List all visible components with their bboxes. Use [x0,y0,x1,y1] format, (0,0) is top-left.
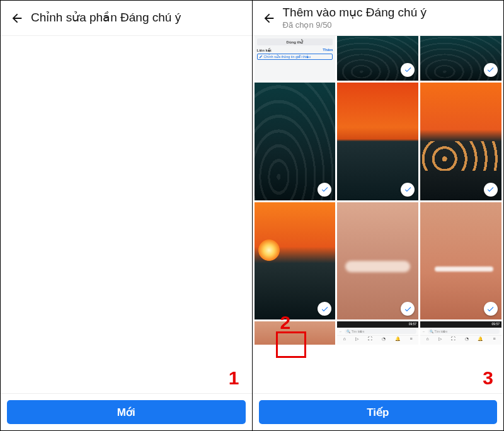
check-icon [321,305,329,313]
thumb-pink-sky[interactable] [420,202,501,320]
check-badge[interactable] [484,63,498,77]
back-button[interactable] [258,7,280,30]
screenshot-content: Dùng thử Liên kết Thêm Chỉnh sửa thông t… [255,36,336,62]
photo-grid: Dùng thử Liên kết Thêm Chỉnh sửa thông t… [253,36,504,319]
arrow-left-icon: ← [339,330,342,333]
menu-icon: ≡ [493,336,495,342]
page-title: Chỉnh sửa phần Đáng chú ý [31,11,247,25]
store-icon: ⛶ [368,336,372,342]
thumb-pink-sky[interactable] [255,321,336,344]
pencil-icon [259,55,263,59]
left-header: Chỉnh sửa phần Đáng chú ý [1,1,252,36]
right-header: Thêm vào mục Đáng chú ý Đã chọn 9/50 [253,1,504,36]
thumb-sunset[interactable] [337,83,418,200]
check-badge[interactable] [484,302,498,316]
check-badge[interactable] [401,63,415,77]
check-icon [486,66,495,74]
menu-icon: ≡ [410,336,413,342]
back-button[interactable] [6,7,28,30]
mini-time: 09:57 [409,322,417,326]
title-block: Thêm vào mục Đáng chú ý Đã chọn 9/50 [280,6,499,30]
links-label: Liên kết [257,48,272,52]
next-button[interactable]: Tiếp [259,400,498,424]
bottom-bar: Mới [1,393,252,430]
annotation-1: 1 [229,367,239,389]
check-badge[interactable] [401,183,415,197]
left-panel: Chỉnh sửa phần Đáng chú ý 1 Mới [1,1,252,430]
edit-bio-mini: Chỉnh sửa thông tin giới thiệu [257,54,333,60]
check-badge[interactable] [401,302,415,316]
bell-icon: 🔔 [478,336,483,342]
arrow-left-icon [10,11,24,25]
store-icon: ⛶ [451,336,455,342]
thumb-sun[interactable] [255,202,336,320]
arrow-left-icon [262,11,276,25]
check-badge[interactable] [318,302,331,316]
mini-addressbar: ← 🔍 Tìm kiếm [337,328,418,336]
arrow-left-icon: ← [422,330,425,333]
mini-search: 🔍 Tìm kiếm [345,329,416,334]
photo-grid-row-peek: 09:57 ← 🔍 Tìm kiếm ⌂▷⛶◔🔔≡ 09:57 ← 🔍 Tìm … [253,321,504,344]
play-icon: ▷ [355,336,358,342]
mini-toolbar: ⌂▷⛶◔🔔≡ [420,336,501,342]
mini-statusbar: 09:57 [337,321,418,328]
mini-statusbar: 09:57 [420,321,501,328]
bottom-bar: Tiếp [253,393,504,430]
user-icon: ◔ [465,336,469,342]
mini-toolbar: ⌂▷⛶◔🔔≡ [337,336,418,342]
new-button[interactable]: Mới [7,400,246,424]
play-icon: ▷ [438,336,442,342]
right-panel: Thêm vào mục Đáng chú ý Đã chọn 9/50 Dùn… [253,1,504,430]
check-icon [404,185,412,193]
mini-search: 🔍 Tìm kiếm [428,329,500,334]
check-icon [321,185,329,193]
thumb-pink-sky[interactable] [337,202,418,320]
check-icon [486,185,495,193]
page-title: Thêm vào mục Đáng chú ý [283,6,499,20]
check-badge[interactable] [484,183,498,197]
mini-search-placeholder: Tìm kiếm [352,330,365,333]
bell-icon: 🔔 [395,336,401,342]
thumb-screenshot[interactable]: Dùng thử Liên kết Thêm Chỉnh sửa thông t… [255,36,336,81]
check-icon [404,305,412,313]
edit-bio-text: Chỉnh sửa thông tin giới thiệu [264,55,311,59]
check-badge[interactable] [318,183,331,197]
mini-time: 09:57 [491,322,500,326]
thumb-waves[interactable] [337,36,418,81]
thumb-waves[interactable] [255,83,336,200]
selection-count: Đã chọn 9/50 [283,20,499,30]
photo-grid-scroll[interactable]: Dùng thử Liên kết Thêm Chỉnh sửa thông t… [253,36,504,394]
check-icon [486,305,495,313]
links-section-mini: Liên kết Thêm [257,48,333,52]
mini-search-placeholder: Tìm kiếm [434,330,447,333]
thumb-sunset-bokeh[interactable] [420,83,501,200]
home-icon: ⌂ [427,336,429,342]
thumb-browser-screenshot[interactable]: 09:57 ← 🔍 Tìm kiếm ⌂▷⛶◔🔔≡ [420,321,501,344]
check-icon [404,66,412,74]
add-link: Thêm [323,48,333,52]
home-icon: ⌂ [343,336,346,342]
title-block: Chỉnh sửa phần Đáng chú ý [28,11,247,25]
user-icon: ◔ [382,336,386,342]
thumb-browser-screenshot[interactable]: 09:57 ← 🔍 Tìm kiếm ⌂▷⛶◔🔔≡ [337,321,418,344]
try-button-mini: Dùng thử [257,38,333,45]
thumb-waves[interactable] [420,36,501,81]
mini-addressbar: ← 🔍 Tìm kiếm [420,328,501,336]
